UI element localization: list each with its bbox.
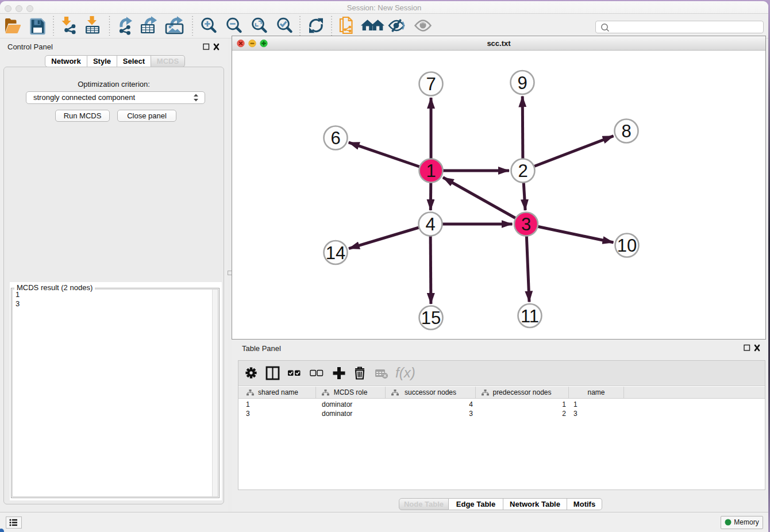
svg-text:1: 1 <box>426 161 436 181</box>
svg-text:6: 6 <box>330 128 340 148</box>
svg-text:4: 4 <box>425 214 435 234</box>
svg-text:3: 3 <box>521 214 531 234</box>
svg-text:8: 8 <box>621 121 631 141</box>
svg-text:11: 11 <box>521 306 539 326</box>
svg-text:2: 2 <box>518 161 528 181</box>
svg-text:10: 10 <box>617 236 637 256</box>
svg-text:7: 7 <box>426 74 436 94</box>
svg-text:f(x): f(x) <box>395 365 415 380</box>
svg-text:9: 9 <box>517 73 527 93</box>
svg-text:14: 14 <box>326 243 345 263</box>
svg-text:15: 15 <box>421 308 441 328</box>
